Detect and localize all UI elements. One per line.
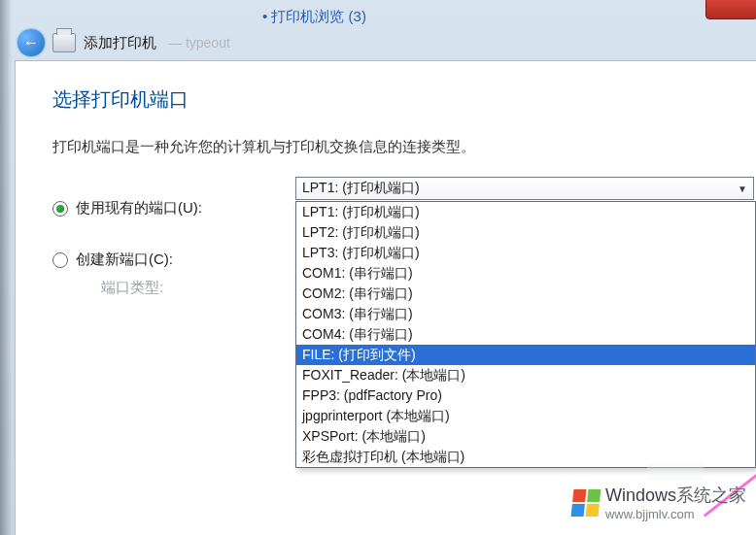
dropdown-option[interactable]: FILE: (打印到文件): [296, 345, 755, 365]
dropdown-option[interactable]: jpgprinterport (本地端口): [296, 406, 755, 426]
watermark-url: www.bjjmlv.com: [605, 507, 746, 521]
page-description: 打印机端口是一种允许您的计算机与打印机交换信息的连接类型。: [52, 138, 719, 156]
dropdown-option[interactable]: COM1: (串行端口): [296, 263, 755, 284]
wizard-panel: 选择打印机端口 打印机端口是一种允许您的计算机与打印机交换信息的连接类型。 使用…: [15, 60, 756, 535]
page-heading: 选择打印机端口: [52, 86, 719, 113]
next-button[interactable]: [647, 463, 704, 481]
radio-create-new-label: 创建新端口(C):: [76, 251, 173, 269]
radio-use-existing-label: 使用现有的端口(U):: [76, 199, 202, 217]
watermark: Windows系统之家 www.bjjmlv.com: [572, 484, 746, 521]
radio-create-new[interactable]: [52, 252, 68, 268]
window-title: 添加打印机: [84, 34, 156, 52]
dropdown-option[interactable]: LPT2: (打印机端口): [296, 222, 755, 243]
watermark-brand-suffix: 系统之家: [676, 485, 746, 505]
windows-logo-icon: [570, 489, 601, 517]
dropdown-option[interactable]: FOXIT_Reader: (本地端口): [296, 365, 755, 385]
dropdown-option[interactable]: LPT3: (打印机端口): [296, 243, 755, 263]
dropdown-option[interactable]: COM2: (串行端口): [296, 284, 755, 304]
title-suffix: — typeout: [168, 35, 230, 50]
watermark-brand-prefix: Windows: [605, 485, 676, 505]
radio-use-existing[interactable]: [52, 201, 68, 217]
combobox-selected-text: LPT1: (打印机端口): [302, 180, 420, 197]
close-window-button[interactable]: [705, 0, 756, 19]
dropdown-option[interactable]: XPSPort: (本地端口): [296, 426, 755, 447]
back-button[interactable]: ←: [17, 29, 45, 56]
dropdown-option[interactable]: FPP3: (pdfFactory Pro): [296, 385, 755, 406]
dropdown-option[interactable]: COM3: (串行端口): [296, 304, 755, 324]
left-shadow: [0, 0, 12, 535]
arrow-left-icon: ←: [23, 34, 39, 51]
titlebar: ← 添加打印机 — typeout: [17, 29, 230, 56]
printer-icon: [52, 33, 76, 52]
existing-port-combobox[interactable]: LPT1: (打印机端口) ▼: [295, 177, 754, 200]
port-dropdown-list[interactable]: LPT1: (打印机端口)LPT2: (打印机端口)LPT3: (打印机端口)C…: [295, 201, 756, 468]
dropdown-option[interactable]: COM4: (串行端口): [296, 324, 755, 345]
chevron-down-icon[interactable]: ▼: [734, 180, 751, 197]
dropdown-option[interactable]: LPT1: (打印机端口): [296, 202, 755, 222]
breadcrumb: • 打印机浏览 (3): [262, 8, 366, 26]
